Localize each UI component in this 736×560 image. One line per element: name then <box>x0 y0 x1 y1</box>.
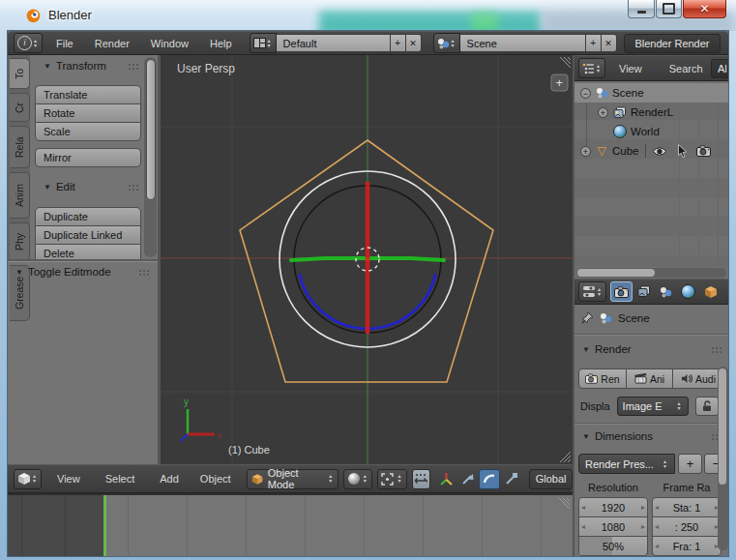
menu-help[interactable]: Help <box>208 38 234 49</box>
renderability-toggle[interactable] <box>696 145 711 157</box>
expand-expander-icon[interactable]: + <box>580 146 591 157</box>
timeline[interactable] <box>8 493 573 556</box>
scrollbar-thumb[interactable] <box>577 269 655 277</box>
menu-outliner-view[interactable]: View <box>617 63 644 74</box>
resolution-percentage-slider[interactable]: 50% <box>578 536 648 556</box>
mode-dropdown[interactable]: Object Mode ▴▾ <box>247 469 339 489</box>
scene-icon-button[interactable]: ▴▾ <box>433 33 460 53</box>
render-animation-button[interactable]: Ani <box>627 368 673 389</box>
corner-resize-grip[interactable] <box>557 496 571 510</box>
panel-grip-icon[interactable] <box>128 184 140 191</box>
scrollbar-thumb[interactable] <box>719 368 726 485</box>
render-presets-dropdown[interactable]: Render Pres... ▴▾ <box>578 454 675 474</box>
minimize-button[interactable] <box>628 0 655 18</box>
duplicate-linked-button[interactable]: Duplicate Linked <box>35 225 141 245</box>
scene-add-button[interactable]: + <box>586 34 602 52</box>
properties-scrollbar[interactable] <box>718 367 728 550</box>
menu-add[interactable]: Add <box>158 473 181 485</box>
panel-grip-icon[interactable] <box>711 346 723 353</box>
tab-render-properties[interactable] <box>610 281 633 302</box>
delete-button[interactable]: Delete <box>35 244 141 259</box>
decrement-icon[interactable]: ◂ <box>581 522 585 531</box>
panel-grip-icon[interactable] <box>128 63 140 70</box>
outliner-display-filter-dropdown[interactable]: Al <box>711 59 728 78</box>
selectability-toggle[interactable] <box>677 144 688 158</box>
transform-orientation-dropdown[interactable]: Global <box>529 469 573 489</box>
frame-current-field[interactable]: ◂ Fra: 1 ▸ <box>652 536 721 556</box>
editor-type-3dview-button[interactable]: ▴▾ <box>14 469 42 489</box>
tab-tools[interactable]: To <box>10 58 30 89</box>
scene-delete-button[interactable]: ✕ <box>602 34 617 52</box>
tab-create[interactable]: Cr <box>10 93 30 122</box>
editor-type-info-button[interactable]: i ▴▾ <box>14 33 43 53</box>
translate-button[interactable]: Translate <box>35 85 141 104</box>
tab-relations[interactable]: Rela <box>10 126 30 168</box>
outliner-row-world[interactable]: World <box>574 122 728 141</box>
manipulator-rotate-button[interactable] <box>479 469 500 489</box>
resolution-y-field[interactable]: ◂ 1080 ▸ <box>578 516 648 537</box>
dimensions-panel-header[interactable]: ▼ Dimensions <box>582 430 723 442</box>
viewport-shading-dropdown[interactable]: ▴▾ <box>343 469 372 489</box>
panel-grip-icon[interactable] <box>138 269 151 276</box>
decrement-icon[interactable]: ◂ <box>655 503 659 512</box>
editor-type-outliner-button[interactable]: ▴▾ <box>578 58 605 78</box>
preset-add-button[interactable]: + <box>678 454 702 474</box>
menu-window[interactable]: Window <box>149 38 191 49</box>
render-still-button[interactable]: Ren <box>578 368 627 389</box>
timeline-playhead[interactable] <box>103 495 106 556</box>
close-button[interactable]: ✕ <box>683 0 726 18</box>
menu-view[interactable]: View <box>55 473 82 485</box>
scrollbar-thumb[interactable] <box>146 59 156 200</box>
tool-shelf-scrollbar[interactable] <box>144 57 157 257</box>
menu-file[interactable]: File <box>54 38 75 49</box>
frame-end-field[interactable]: ◂ : 250 ▸ <box>652 516 721 537</box>
decrement-icon[interactable]: ◂ <box>581 503 585 512</box>
tab-render-layers[interactable] <box>633 281 655 302</box>
title-bar[interactable]: Blender ✕ <box>0 0 736 31</box>
tab-modifier-properties[interactable] <box>721 281 728 302</box>
tab-object-properties[interactable] <box>699 281 721 302</box>
manipulator-scale-button[interactable] <box>501 469 521 489</box>
menu-object[interactable]: Object <box>198 473 233 485</box>
region-expand-button[interactable]: + <box>551 74 568 91</box>
lock-interface-button[interactable] <box>695 397 719 416</box>
maximize-button[interactable] <box>656 0 682 18</box>
layout-name-field[interactable]: Default <box>277 34 391 52</box>
resolution-x-field[interactable]: ◂ 1920 ▸ <box>578 497 648 517</box>
toggle-editmode-panel-header[interactable]: ▼ Toggle Editmode <box>15 266 151 278</box>
increment-icon[interactable]: ▸ <box>641 522 645 531</box>
expand-expander-icon[interactable]: + <box>598 107 608 118</box>
outliner-scrollbar[interactable] <box>576 268 726 278</box>
display-mode-dropdown[interactable]: Image E ▴▾ <box>617 397 689 416</box>
layout-delete-button[interactable]: ✕ <box>406 34 422 52</box>
collapse-expander-icon[interactable]: − <box>580 88 591 99</box>
tab-animation[interactable]: Anim <box>10 172 30 219</box>
tab-physics[interactable]: Phy <box>10 222 30 261</box>
duplicate-button[interactable]: Duplicate <box>35 207 141 226</box>
pivot-point-dropdown[interactable]: ▴▾ <box>377 469 407 489</box>
menu-outliner-search[interactable]: Search <box>667 63 705 74</box>
decrement-icon[interactable]: ◂ <box>655 542 659 550</box>
manipulator-toggle-button[interactable] <box>412 469 430 489</box>
tab-scene-properties[interactable] <box>655 281 677 302</box>
mirror-button[interactable]: Mirror <box>35 148 141 167</box>
outliner-row-scene[interactable]: − Scene <box>574 83 728 103</box>
scale-button[interactable]: Scale <box>35 122 141 141</box>
frame-start-field[interactable]: ◂ Sta: 1 ▸ <box>652 497 721 517</box>
scene-name-field[interactable]: Scene <box>460 34 586 52</box>
tab-world-properties[interactable] <box>677 281 699 302</box>
increment-icon[interactable]: ▸ <box>641 503 645 512</box>
menu-render[interactable]: Render <box>93 38 132 49</box>
layout-add-button[interactable]: + <box>391 34 406 52</box>
menu-select[interactable]: Select <box>103 473 137 485</box>
manipulator-translate-button[interactable] <box>457 469 478 489</box>
outliner-row-renderlayers[interactable]: + RenderL <box>574 103 728 122</box>
decrement-icon[interactable]: ◂ <box>655 522 659 531</box>
edit-panel-header[interactable]: ▼ Edit <box>44 181 140 192</box>
layout-icon-button[interactable]: ▴▾ <box>250 33 277 53</box>
viewport-3d[interactable]: y x User Persp (1) Cube + <box>161 55 573 464</box>
render-engine-dropdown[interactable]: Blender Render <box>624 34 721 53</box>
editor-type-properties-button[interactable]: ▴▾ <box>578 281 606 302</box>
visibility-toggle[interactable] <box>652 146 667 157</box>
rotate-button[interactable]: Rotate <box>35 103 141 123</box>
